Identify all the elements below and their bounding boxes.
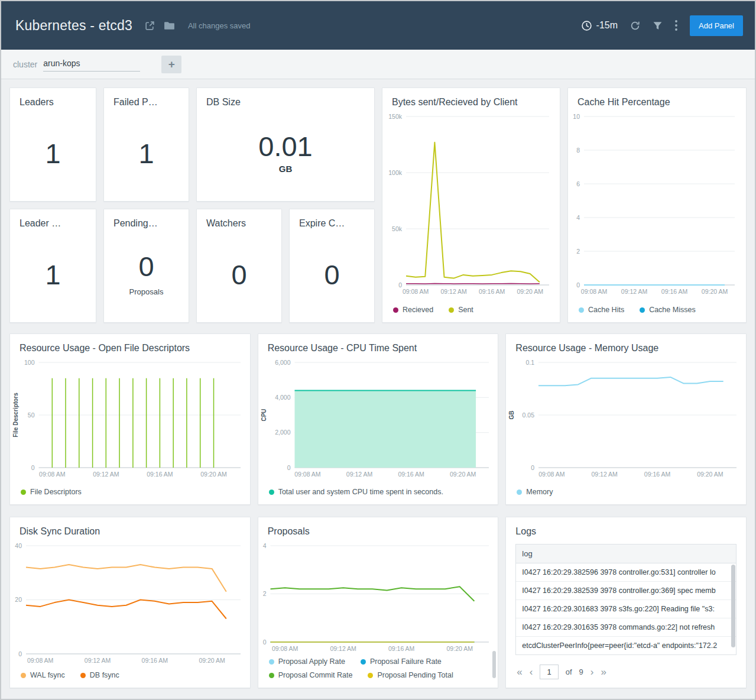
last-page-button[interactable]: » bbox=[601, 667, 606, 677]
svg-text:2: 2 bbox=[576, 248, 580, 255]
save-status: All changes saved bbox=[188, 21, 251, 30]
file-descriptors-legend: File Descriptors bbox=[10, 488, 250, 496]
panel-memory-usage: Resource Usage - Memory Usage 00.050.109… bbox=[505, 333, 747, 505]
svg-text:09:20 AM: 09:20 AM bbox=[200, 471, 226, 478]
share-icon[interactable] bbox=[144, 20, 155, 31]
svg-text:09:16 AM: 09:16 AM bbox=[147, 471, 173, 478]
svg-text:09:12 AM: 09:12 AM bbox=[85, 657, 111, 664]
legend-item[interactable]: File Descriptors bbox=[21, 488, 82, 496]
page-title: Kubernetes - etcd3 bbox=[15, 18, 132, 34]
panel-leaders: Leaders 1 bbox=[9, 88, 96, 202]
stat-unit: Proposals bbox=[129, 287, 164, 296]
svg-text:0.1: 0.1 bbox=[526, 359, 535, 366]
svg-text:09:08 AM: 09:08 AM bbox=[294, 471, 320, 478]
panel-title: Resource Usage - Open File Descriptors bbox=[10, 334, 250, 356]
svg-text:09:16 AM: 09:16 AM bbox=[661, 288, 687, 295]
panel-cache-hit-percentage: Cache Hit Percentage 024681009:08 AM09:1… bbox=[567, 88, 747, 323]
add-panel-button[interactable]: Add Panel bbox=[690, 15, 743, 36]
stat-value-pending: 0 bbox=[138, 252, 154, 280]
legend-item[interactable]: DB fsync bbox=[80, 671, 119, 679]
logs-pagination: « ‹ 1 of 9 › » bbox=[506, 657, 746, 688]
log-column-header: log bbox=[516, 545, 736, 563]
next-page-button[interactable]: › bbox=[590, 667, 594, 677]
cluster-scope-input[interactable] bbox=[43, 57, 140, 72]
stat-value-leaders: 1 bbox=[45, 140, 60, 167]
proposals-chart: 02409:08 AM09:12 AM09:16 AM09:20 AM bbox=[261, 542, 497, 654]
panel-failed-proposals: Failed P… 1 bbox=[103, 88, 189, 202]
prev-page-button[interactable]: ‹ bbox=[530, 667, 533, 677]
svg-text:09:20 AM: 09:20 AM bbox=[446, 645, 472, 652]
legend-item[interactable]: Sent bbox=[449, 306, 473, 314]
first-page-button[interactable]: « bbox=[517, 667, 522, 677]
legend-item[interactable]: Recieved bbox=[393, 306, 433, 314]
svg-text:4: 4 bbox=[576, 214, 580, 221]
svg-text:0.05: 0.05 bbox=[523, 411, 535, 419]
bottom-panel-grid: Disk Sync Duration 0204009:08 AM09:12 AM… bbox=[9, 517, 747, 688]
log-row: I0427 16:20:29.382596 3978 controller.go… bbox=[516, 563, 736, 582]
svg-text:09:08 AM: 09:08 AM bbox=[272, 645, 298, 652]
time-range-value: -15m bbox=[596, 20, 618, 31]
svg-text:09:20 AM: 09:20 AM bbox=[450, 471, 476, 478]
folder-icon[interactable] bbox=[164, 21, 175, 30]
panel-title: Watchers bbox=[197, 209, 281, 231]
svg-text:09:16 AM: 09:16 AM bbox=[644, 471, 670, 478]
legend-item[interactable]: Cache Hits bbox=[579, 306, 624, 314]
add-scope-button[interactable]: + bbox=[161, 56, 181, 73]
logs-scrollbar[interactable] bbox=[731, 565, 735, 647]
legend-item[interactable]: Proposal Commit Rate bbox=[269, 671, 353, 679]
svg-text:09:08 AM: 09:08 AM bbox=[403, 288, 429, 295]
current-page-input[interactable]: 1 bbox=[540, 665, 558, 679]
svg-text:GB: GB bbox=[508, 411, 515, 420]
svg-text:100k: 100k bbox=[388, 169, 403, 176]
refresh-icon[interactable] bbox=[630, 20, 641, 31]
legend-item[interactable]: Total user and system CPU time spent in … bbox=[269, 488, 443, 496]
svg-text:0: 0 bbox=[398, 281, 402, 289]
svg-text:6: 6 bbox=[576, 180, 580, 187]
svg-text:09:08 AM: 09:08 AM bbox=[538, 471, 564, 478]
clock-icon bbox=[581, 20, 592, 31]
proposals-legend: Proposal Apply RateProposal Failure Rate… bbox=[258, 657, 498, 679]
panel-title: Leaders bbox=[10, 88, 96, 110]
legend-item[interactable]: Proposal Failure Rate bbox=[361, 657, 442, 666]
panel-title: Logs bbox=[506, 517, 746, 539]
disk-sync-legend: WAL fsyncDB fsync bbox=[10, 671, 250, 679]
svg-text:09:20 AM: 09:20 AM bbox=[517, 288, 543, 295]
kebab-menu-icon[interactable] bbox=[674, 20, 678, 31]
svg-text:150k: 150k bbox=[388, 113, 403, 120]
legend-item[interactable]: Cache Misses bbox=[640, 306, 696, 314]
log-table: log I0427 16:20:29.382596 3978 controlle… bbox=[515, 544, 736, 655]
panel-disk-sync-duration: Disk Sync Duration 0204009:08 AM09:12 AM… bbox=[9, 517, 251, 688]
panel-title: Disk Sync Duration bbox=[10, 517, 250, 539]
svg-text:09:12 AM: 09:12 AM bbox=[330, 645, 356, 652]
stat-value-expire: 0 bbox=[324, 261, 339, 289]
legend-item[interactable]: Proposal Apply Rate bbox=[269, 657, 345, 666]
svg-text:0: 0 bbox=[18, 650, 22, 657]
svg-text:2: 2 bbox=[262, 590, 266, 597]
legend-item[interactable]: WAL fsync bbox=[21, 671, 65, 679]
svg-text:09:16 AM: 09:16 AM bbox=[142, 657, 168, 664]
panel-title: Failed P… bbox=[104, 88, 189, 110]
stat-value-watchers: 0 bbox=[231, 261, 246, 289]
svg-text:100: 100 bbox=[24, 359, 35, 366]
panel-watchers: Watchers 0 bbox=[196, 209, 282, 323]
time-range-button[interactable]: -15m bbox=[581, 20, 618, 31]
memory-chart: 00.050.109:08 AM09:12 AM09:16 AM09:20 AM… bbox=[508, 358, 745, 479]
legend-item[interactable]: Memory bbox=[517, 488, 553, 496]
svg-text:09:12 AM: 09:12 AM bbox=[93, 471, 119, 478]
svg-text:09:20 AM: 09:20 AM bbox=[702, 288, 728, 295]
legend-item[interactable]: Proposal Pending Total bbox=[368, 671, 453, 679]
cache-legend: Cache HitsCache Misses bbox=[568, 306, 746, 314]
filter-icon[interactable] bbox=[653, 21, 663, 31]
bytes-chart: 050k100k150k09:08 AM09:12 AM09:16 AM09:2… bbox=[385, 112, 557, 297]
panel-open-file-descriptors: Resource Usage - Open File Descriptors 0… bbox=[9, 333, 251, 505]
svg-text:50: 50 bbox=[28, 411, 35, 419]
panel-title: Resource Usage - CPU Time Spent bbox=[258, 334, 498, 356]
file-descriptors-chart: 05010009:08 AM09:12 AM09:16 AM09:20 AMFi… bbox=[12, 358, 249, 479]
panel-expire-count: Expire C… 0 bbox=[289, 209, 375, 323]
svg-text:09:12 AM: 09:12 AM bbox=[592, 471, 618, 478]
page-of-label: of bbox=[566, 667, 572, 676]
panel-bytes-sent-received: Bytes sent/Recieved by Client 050k100k15… bbox=[382, 88, 560, 323]
stat-value-db-size: 0.01 bbox=[258, 132, 312, 160]
svg-text:09:12 AM: 09:12 AM bbox=[346, 471, 372, 478]
proposals-scrollbar[interactable] bbox=[492, 651, 496, 678]
